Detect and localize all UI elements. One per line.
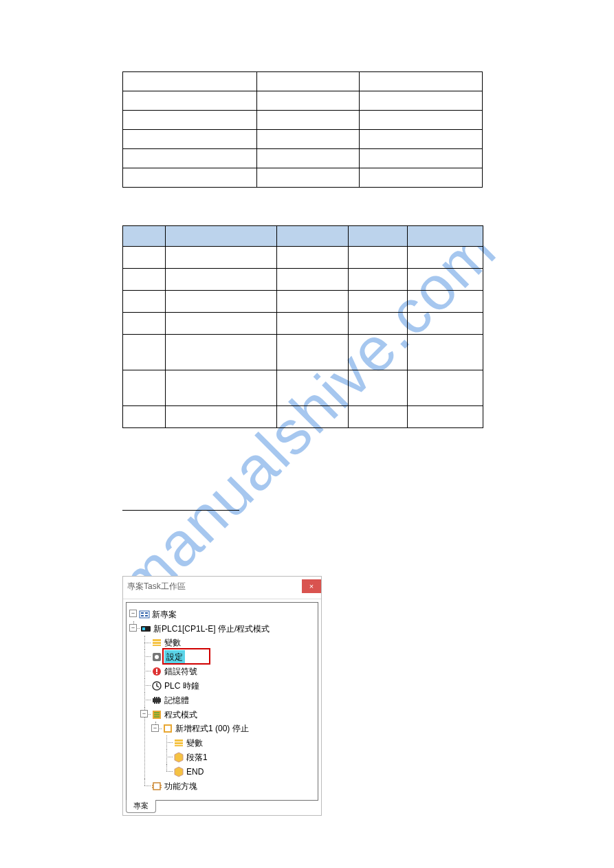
tree-variables2-label[interactable]: 變數 <box>186 736 203 750</box>
svg-rect-27 <box>175 742 183 744</box>
svg-rect-30 <box>152 785 153 786</box>
svg-rect-32 <box>160 785 162 786</box>
tree-end-label[interactable]: END <box>186 765 204 779</box>
panel-title: 專案Task工作區 <box>127 581 186 592</box>
clock-icon <box>151 680 162 691</box>
table-row <box>123 168 483 188</box>
memory-icon <box>151 695 162 706</box>
svg-rect-4 <box>145 615 148 616</box>
variables-icon <box>151 637 162 648</box>
tree-program-mode-label[interactable]: 程式模式 <box>164 708 197 722</box>
table-row <box>123 269 483 291</box>
svg-rect-9 <box>153 645 161 646</box>
svg-rect-3 <box>141 615 144 616</box>
table-row <box>123 406 483 428</box>
svg-rect-22 <box>158 702 160 704</box>
program-icon <box>151 709 162 720</box>
svg-rect-28 <box>175 745 183 746</box>
table-1 <box>122 71 483 188</box>
svg-rect-25 <box>165 726 171 731</box>
table-row <box>123 72 483 91</box>
svg-rect-20 <box>154 702 155 704</box>
panel-close-button[interactable]: × <box>302 579 321 593</box>
panel-header: 專案Task工作區 × <box>123 577 321 599</box>
table-row <box>123 370 483 406</box>
svg-rect-6 <box>142 627 145 630</box>
table-row <box>123 335 483 370</box>
svg-rect-31 <box>152 787 153 788</box>
project-tree[interactable]: − 新專案 − <box>129 607 315 793</box>
tree-section1-label[interactable]: 段落1 <box>186 750 208 764</box>
tree-settings-label[interactable]: 設定 <box>164 650 185 664</box>
tree-plc-label[interactable]: 新PLC1[CP1L-E] 停止/程式模式 <box>153 622 270 636</box>
table-row <box>123 130 483 149</box>
table-row <box>123 313 483 335</box>
error-icon <box>151 666 162 677</box>
expander-icon[interactable]: − <box>129 624 137 632</box>
table-header-row <box>123 226 483 247</box>
tab-project[interactable]: 專案 <box>126 800 156 813</box>
svg-rect-16 <box>153 698 161 702</box>
panel-tabs: 專案 <box>123 801 321 815</box>
svg-rect-29 <box>153 783 160 790</box>
section-icon <box>173 752 184 763</box>
function-block-icon <box>151 781 162 792</box>
table-row <box>123 247 483 269</box>
svg-rect-14 <box>156 673 157 674</box>
table-row <box>123 149 483 168</box>
tree-error-label[interactable]: 錯誤符號 <box>164 665 197 678</box>
svg-rect-8 <box>153 642 161 644</box>
tree-function-block-label[interactable]: 功能方塊 <box>164 779 197 793</box>
project-icon <box>139 609 150 620</box>
table-2 <box>122 225 483 428</box>
svg-rect-13 <box>156 669 157 672</box>
table-row <box>123 111 483 130</box>
svg-rect-19 <box>158 697 160 698</box>
underline <box>122 510 239 511</box>
table-row <box>123 291 483 313</box>
settings-icon <box>151 652 162 663</box>
expander-icon[interactable]: − <box>140 710 148 717</box>
plc-icon <box>140 623 151 634</box>
variables-icon <box>173 737 184 748</box>
svg-rect-17 <box>154 697 155 698</box>
svg-rect-26 <box>175 739 183 742</box>
tree-root-label[interactable]: 新專案 <box>152 608 177 621</box>
end-icon <box>173 766 184 777</box>
svg-rect-33 <box>160 787 162 788</box>
svg-rect-0 <box>140 611 149 618</box>
tree-area: − 新專案 − <box>126 602 318 801</box>
svg-rect-18 <box>156 697 157 698</box>
svg-rect-7 <box>153 639 161 641</box>
svg-rect-2 <box>145 612 148 614</box>
svg-point-11 <box>155 655 159 659</box>
expander-icon[interactable]: − <box>129 610 137 617</box>
tree-variables-label[interactable]: 變數 <box>164 636 181 649</box>
tree-new-program-label[interactable]: 新增程式1 (00) 停止 <box>175 722 249 735</box>
svg-rect-21 <box>156 702 157 704</box>
new-program-icon <box>162 723 173 734</box>
expander-icon[interactable]: − <box>151 724 159 732</box>
table-row <box>123 91 483 111</box>
tree-memory-label[interactable]: 記憶體 <box>164 693 189 707</box>
svg-rect-1 <box>141 612 144 614</box>
tree-clock-label[interactable]: PLC 時鐘 <box>164 679 199 693</box>
project-task-panel: 專案Task工作區 × − 新專案 <box>122 576 322 816</box>
